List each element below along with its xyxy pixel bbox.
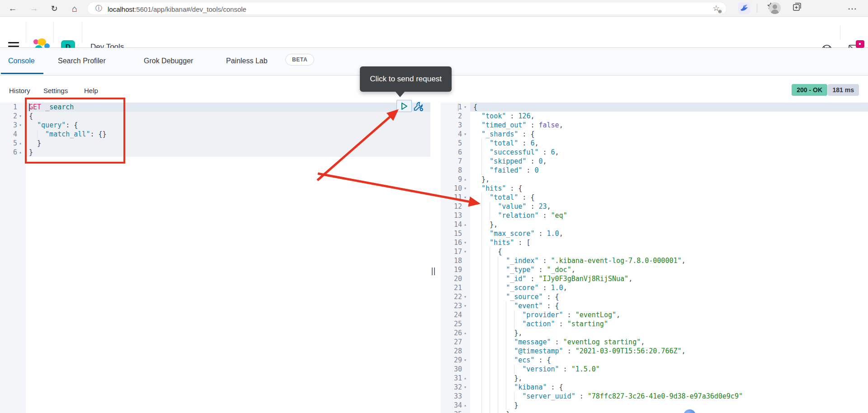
gutter-line: 7 bbox=[441, 157, 470, 166]
extension-icon[interactable] bbox=[738, 2, 750, 14]
forward-icon[interactable]: → bbox=[27, 2, 41, 15]
tab-grok-debugger[interactable]: Grok Debugger bbox=[144, 57, 193, 65]
tooltip-pointer bbox=[395, 91, 405, 97]
code-line[interactable]: "@timestamp" : "2021-03-09T15:56:20.766Z… bbox=[470, 347, 868, 356]
code-line[interactable]: "hits" : { bbox=[470, 184, 868, 193]
gutter-line: 3▾ bbox=[0, 121, 26, 130]
code-line[interactable]: "hits" : [ bbox=[470, 238, 868, 247]
fold-toggle-icon[interactable]: ▾ bbox=[462, 383, 469, 392]
code-line[interactable]: "successful" : 6, bbox=[470, 148, 868, 157]
code-line[interactable]: "total" : 6, bbox=[470, 139, 868, 148]
code-line[interactable]: } bbox=[26, 148, 430, 157]
code-line[interactable]: "ecs" : { bbox=[470, 356, 868, 365]
code-line[interactable]: "took" : 126, bbox=[470, 112, 868, 121]
code-line[interactable]: "value" : 23, bbox=[470, 202, 868, 211]
refresh-icon[interactable]: ↻ bbox=[47, 2, 61, 15]
home-icon[interactable]: ⌂ bbox=[68, 2, 81, 15]
menu-history[interactable]: History bbox=[9, 87, 30, 94]
code-line[interactable]: "query": { bbox=[26, 121, 430, 130]
code-line[interactable]: "event" : { bbox=[470, 301, 868, 310]
tab-painless-lab[interactable]: Painless Lab bbox=[226, 57, 268, 65]
fold-toggle-icon[interactable]: ▴ bbox=[462, 329, 469, 338]
response-editor[interactable]: 1▾234▾56789▴10▾11▾121314▴1516▾17▾1819202… bbox=[441, 101, 868, 413]
code-line[interactable]: }, bbox=[470, 220, 868, 229]
fold-toggle-icon[interactable]: ▾ bbox=[462, 184, 469, 193]
request-options-wrench-icon[interactable] bbox=[413, 101, 424, 112]
code-line[interactable]: GET _search bbox=[26, 103, 430, 112]
send-request-button[interactable] bbox=[396, 100, 412, 112]
fold-toggle-icon[interactable]: ▴ bbox=[462, 401, 469, 410]
code-line[interactable]: "_source" : { bbox=[470, 292, 868, 301]
add-favorite-icon[interactable]: ☆⊕ bbox=[710, 3, 722, 14]
fold-toggle-icon[interactable]: ▴ bbox=[17, 139, 24, 148]
code-line[interactable]: { bbox=[26, 112, 430, 121]
fold-toggle-icon[interactable]: ▴ bbox=[17, 148, 24, 157]
fold-toggle-icon[interactable]: ▴ bbox=[462, 220, 469, 229]
address-bar[interactable]: ⓘ localhost:5601/app/kibana#/dev_tools/c… bbox=[87, 2, 726, 15]
code-line[interactable]: "kibana" : { bbox=[470, 383, 868, 392]
browser-menu-icon[interactable]: ⋯ bbox=[845, 2, 859, 15]
code-line[interactable]: "provider" : "eventLog", bbox=[470, 310, 868, 319]
code-line[interactable]: "match_all": {} bbox=[26, 130, 430, 139]
code-line[interactable]: "relation" : "eq" bbox=[470, 211, 868, 220]
fold-toggle-icon[interactable]: ▴ bbox=[462, 374, 469, 383]
fold-toggle-icon[interactable]: ▾ bbox=[462, 292, 469, 301]
gutter-line: 10▾ bbox=[441, 184, 470, 193]
code-line[interactable]: "version" : "1.5.0" bbox=[470, 365, 868, 374]
fold-toggle-icon[interactable]: ▴ bbox=[462, 175, 469, 184]
gutter-line: 4▾ bbox=[441, 130, 470, 139]
active-tab-underline bbox=[1, 73, 43, 74]
fold-toggle-icon[interactable]: ▾ bbox=[17, 121, 24, 130]
code-line[interactable]: } bbox=[470, 401, 868, 410]
code-line[interactable]: { bbox=[470, 247, 868, 256]
code-line[interactable]: }, bbox=[470, 329, 868, 338]
code-line[interactable]: } bbox=[470, 410, 868, 413]
gutter-line: 9▴ bbox=[441, 175, 470, 184]
fold-toggle-icon[interactable]: ▴ bbox=[462, 410, 469, 413]
fold-toggle-icon[interactable]: ▾ bbox=[17, 112, 24, 121]
tab-console[interactable]: Console bbox=[8, 57, 35, 65]
collections-icon[interactable] bbox=[790, 2, 804, 15]
tab-search-profiler[interactable]: Search Profiler bbox=[58, 57, 106, 65]
code-line[interactable]: }, bbox=[470, 374, 868, 383]
profile-avatar[interactable] bbox=[769, 2, 781, 14]
fold-toggle-icon[interactable]: ▾ bbox=[462, 356, 469, 365]
code-line[interactable]: "server_uuid" : "78ffc827-3c26-41e0-9d38… bbox=[470, 392, 868, 401]
code-line[interactable]: "max_score" : 1.0, bbox=[470, 229, 868, 238]
gutter-line: 22▾ bbox=[441, 292, 470, 301]
code-line[interactable]: "skipped" : 0, bbox=[470, 157, 868, 166]
code-line[interactable]: "_shards" : { bbox=[470, 130, 868, 139]
code-line[interactable]: "message" : "eventLog starting", bbox=[470, 338, 868, 347]
menu-help[interactable]: Help bbox=[84, 87, 98, 94]
fold-toggle-icon[interactable]: ▾ bbox=[462, 103, 469, 112]
panel-splitter[interactable] bbox=[430, 101, 441, 413]
code-line[interactable]: "total" : { bbox=[470, 193, 868, 202]
code-line[interactable]: { bbox=[470, 103, 868, 112]
code-line[interactable]: "_id" : "IJy0F3gBanVj8RijSNua", bbox=[470, 274, 868, 283]
response-code[interactable]: { "took" : 126, "timed_out" : false, "_s… bbox=[470, 103, 868, 413]
fold-toggle-icon[interactable]: ▾ bbox=[462, 247, 469, 256]
code-line[interactable]: }, bbox=[470, 175, 868, 184]
header-divider bbox=[53, 22, 54, 42]
gutter-line: 3 bbox=[441, 121, 470, 130]
send-request-tooltip: Click to send request bbox=[360, 66, 452, 92]
fold-toggle-icon[interactable]: ▾ bbox=[462, 238, 469, 247]
code-line[interactable]: "action" : "starting" bbox=[470, 319, 868, 329]
gutter-line: 34▴ bbox=[441, 401, 470, 410]
request-editor[interactable]: 12▾3▾45▴6▴ GET _search{ "query": { "matc… bbox=[0, 101, 430, 413]
code-line[interactable]: "_index" : ".kibana-event-log-7.8.0-0000… bbox=[470, 256, 868, 265]
gutter-line: 19 bbox=[441, 265, 470, 274]
fold-toggle-icon[interactable]: ▾ bbox=[462, 301, 469, 310]
gutter-line: 18 bbox=[441, 256, 470, 265]
site-info-icon[interactable]: ⓘ bbox=[95, 4, 102, 13]
fold-toggle-icon[interactable]: ▾ bbox=[462, 130, 469, 139]
code-line[interactable]: } bbox=[26, 139, 430, 148]
code-line[interactable]: "_type" : "_doc", bbox=[470, 265, 868, 274]
code-line[interactable]: "timed_out" : false, bbox=[470, 121, 868, 130]
request-code[interactable]: GET _search{ "query": { "match_all": {} … bbox=[26, 103, 430, 413]
fold-toggle-icon[interactable]: ▾ bbox=[462, 193, 469, 202]
code-line[interactable]: "_score" : 1.0, bbox=[470, 283, 868, 292]
menu-settings[interactable]: Settings bbox=[43, 87, 68, 94]
code-line[interactable]: "failed" : 0 bbox=[470, 166, 868, 175]
back-icon[interactable]: ← bbox=[6, 2, 19, 15]
